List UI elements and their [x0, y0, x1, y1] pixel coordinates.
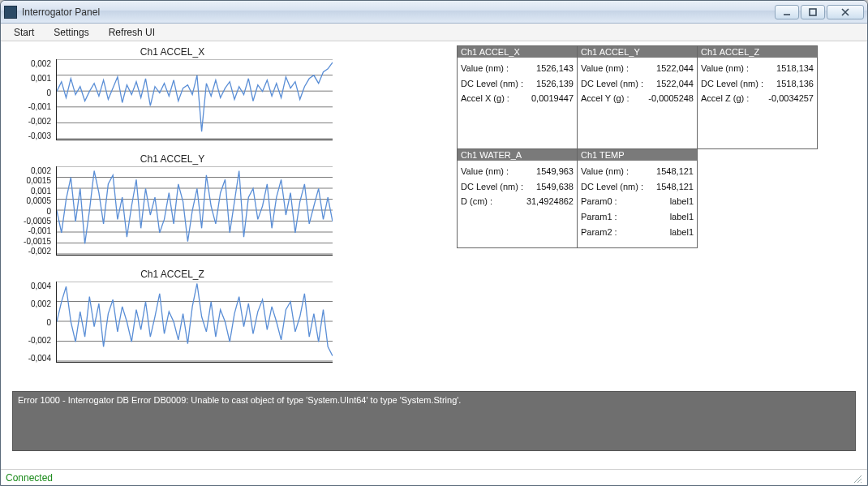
- resize-grip-icon[interactable]: [851, 472, 862, 484]
- panel-key: Accel Y (g) :: [581, 91, 630, 106]
- panel-accel-y: Ch1 ACCEL_Y Value (nm) :1522,044DC Level…: [577, 45, 698, 149]
- panel-accel-x: Ch1 ACCEL_X Value (nm) :1526,143DC Level…: [457, 45, 578, 149]
- panel-value: 1526,139: [536, 76, 574, 92]
- ytick-label: -0,0005: [24, 217, 51, 226]
- panel-row: Param1 :label1: [581, 209, 694, 225]
- ytick-label: 0,001: [31, 74, 51, 83]
- app-window: Interrogator Panel Start Settings Refres…: [0, 0, 868, 486]
- panel-key: Value (nm) :: [461, 164, 509, 179]
- ytick-label: 0: [46, 207, 51, 216]
- panel-key: Value (nm) :: [581, 164, 629, 179]
- panel-row: DC Level (nm) :1526,139: [461, 76, 574, 92]
- panel-value: label1: [670, 194, 694, 209]
- chart-title: Ch1 ACCEL_Z: [12, 269, 333, 280]
- minimize-button[interactable]: [775, 5, 799, 19]
- panel-row: Value (nm) :1518,134: [701, 61, 814, 76]
- panel-value: 1522,044: [656, 76, 694, 92]
- status-text: Connected: [6, 472, 53, 484]
- panel-row: Param2 :label1: [581, 225, 694, 240]
- panel-row: DC Level (nm) :1549,638: [461, 179, 574, 195]
- panel-key: DC Level (nm) :: [581, 179, 643, 195]
- ytick-label: -0,002: [28, 117, 51, 126]
- panel-key: DC Level (nm) :: [581, 76, 643, 92]
- close-button[interactable]: [827, 5, 864, 19]
- ytick-label: 0,004: [31, 282, 51, 290]
- panel-row: Value (nm) :1548,121: [581, 164, 694, 179]
- panel-water-a: Ch1 WATER_A Value (nm) :1549,963DC Level…: [457, 148, 578, 248]
- panel-key: Accel X (g) :: [461, 91, 509, 106]
- ytick-label: -0,002: [28, 247, 51, 256]
- panel-row: D (cm) :31,4924862: [461, 194, 574, 209]
- panel-value: -0,0005248: [648, 91, 694, 106]
- ytick-label: -0,0015: [24, 237, 51, 246]
- panel-row: Accel Y (g) :-0,0005248: [581, 91, 694, 106]
- chart-accel-z: Ch1 ACCEL_Z 0,0040,0020-0,002-0,004: [12, 269, 333, 363]
- ytick-label: 0: [46, 88, 51, 97]
- titlebar[interactable]: Interrogator Panel: [1, 1, 867, 24]
- panel-value: 0,0019447: [531, 91, 574, 106]
- chart-plot: [56, 59, 333, 140]
- ytick-label: -0,001: [28, 102, 51, 111]
- panel-title: Ch1 WATER_A: [458, 149, 577, 161]
- panel-key: Param2 :: [581, 225, 617, 240]
- panel-value: 1518,134: [776, 61, 814, 76]
- panel-title: Ch1 TEMP: [578, 149, 697, 161]
- ytick-label: 0,0005: [26, 196, 51, 205]
- panel-key: Value (nm) :: [581, 61, 629, 76]
- client-area: Ch1 ACCEL_X 0,0020,0010-0,001-0,002-0,00…: [1, 41, 867, 469]
- chart-ylabels: 0,0040,0020-0,002-0,004: [12, 282, 56, 363]
- panel-row: Accel Z (g) :-0,0034257: [701, 91, 814, 106]
- app-icon: [4, 6, 17, 19]
- ytick-label: -0,004: [28, 354, 51, 363]
- menubar: Start Settings Refresh UI: [1, 24, 867, 41]
- ytick-label: 0,002: [31, 299, 51, 308]
- panel-title: Ch1 ACCEL_Z: [698, 46, 817, 58]
- panel-key: D (cm) :: [461, 194, 492, 209]
- panel-row: Value (nm) :1522,044: [581, 61, 694, 76]
- chart-plot: [56, 282, 333, 363]
- panel-value: 1526,143: [536, 61, 574, 76]
- panel-row: DC Level (nm) :1548,121: [581, 179, 694, 195]
- panel-value: 1522,044: [656, 61, 694, 76]
- maximize-button[interactable]: [801, 5, 825, 19]
- error-log[interactable]: Error 1000 - Interrogator DB Error DB000…: [12, 391, 856, 451]
- panel-key: Value (nm) :: [461, 61, 509, 76]
- statusbar: Connected: [1, 469, 867, 485]
- panel-key: DC Level (nm) :: [461, 179, 523, 195]
- panel-row: Value (nm) :1549,963: [461, 164, 574, 179]
- panel-value: 1548,121: [656, 164, 694, 179]
- error-text: Error 1000 - Interrogator DB Error DB000…: [18, 395, 461, 405]
- panel-key: Param0 :: [581, 194, 617, 209]
- menu-start[interactable]: Start: [6, 25, 42, 40]
- panel-temp: Ch1 TEMP Value (nm) :1548,121DC Level (n…: [577, 148, 698, 248]
- panel-value: label1: [670, 225, 694, 240]
- ytick-label: 0,002: [31, 166, 51, 175]
- chart-title: Ch1 ACCEL_Y: [12, 153, 333, 165]
- panel-key: Value (nm) :: [701, 61, 749, 76]
- panel-value: 1549,638: [536, 179, 574, 195]
- panel-value: 1548,121: [656, 179, 694, 195]
- panel-key: DC Level (nm) :: [701, 76, 763, 92]
- chart-accel-x: Ch1 ACCEL_X 0,0020,0010-0,001-0,002-0,00…: [12, 46, 333, 140]
- panel-value: 31,4924862: [526, 194, 574, 209]
- menu-settings[interactable]: Settings: [45, 25, 97, 40]
- ytick-label: -0,002: [28, 336, 51, 345]
- panel-title: Ch1 ACCEL_X: [458, 46, 577, 58]
- window-title: Interrogator Panel: [22, 6, 100, 18]
- svg-line-21: [854, 475, 862, 483]
- charts-column: Ch1 ACCEL_X 0,0020,0010-0,001-0,002-0,00…: [12, 46, 333, 376]
- panel-value: -0,0034257: [768, 91, 814, 106]
- window-buttons: [775, 5, 864, 19]
- panel-title: Ch1 ACCEL_Y: [578, 46, 697, 58]
- menu-refresh[interactable]: Refresh UI: [101, 25, 163, 40]
- panel-value: 1549,963: [536, 164, 574, 179]
- panel-row: Accel X (g) :0,0019447: [461, 91, 574, 106]
- panel-accel-z: Ch1 ACCEL_Z Value (nm) :1518,134DC Level…: [697, 45, 818, 149]
- ytick-label: -0,001: [28, 226, 51, 235]
- panel-key: Param1 :: [581, 209, 617, 225]
- ytick-label: 0,002: [31, 59, 51, 68]
- panel-row: DC Level (nm) :1518,136: [701, 76, 814, 92]
- ytick-label: 0,001: [31, 187, 51, 196]
- ytick-label: -0,003: [28, 131, 51, 140]
- ytick-label: 0: [46, 318, 51, 327]
